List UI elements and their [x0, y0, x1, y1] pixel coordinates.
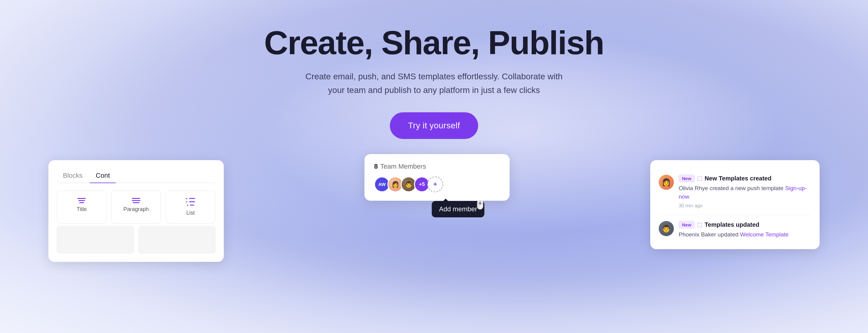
notification-1: 👩 New ⬚ New Templates created Olivia Rhy… — [659, 169, 811, 215]
cta-button[interactable]: Try it yourself — [390, 112, 478, 139]
preview-2 — [138, 226, 215, 253]
page-headline: Create, Share, Publish — [264, 24, 604, 61]
preview-1 — [57, 226, 134, 253]
male-photo: 👨 — [402, 177, 415, 191]
notif-title-2: Templates updated — [705, 221, 760, 228]
bottom-section: Blocks Cont Title — [0, 160, 868, 262]
notif-title-1: New Templates created — [705, 175, 772, 182]
block-list-label: List — [186, 210, 195, 216]
list-icon — [186, 198, 195, 207]
title-icon — [78, 198, 86, 203]
notif-content-2: New ⬚ Templates updated Phoenix Baker up… — [679, 221, 811, 241]
notif-avatar-2: 👨 — [659, 221, 674, 236]
avatar-add-wrapper[interactable]: + — [427, 176, 443, 192]
avatar-add[interactable]: + — [427, 176, 443, 192]
new-badge-1: New — [679, 175, 695, 182]
block-title-label: Title — [76, 206, 87, 213]
team-card: 8 Team Members AW 👩 — [365, 154, 509, 201]
notif-link-2[interactable]: Welcome Template — [740, 231, 789, 238]
page-subheadline: Create email, push, and SMS templates ef… — [298, 70, 570, 97]
tab-blocks[interactable]: Blocks — [57, 169, 89, 183]
female-photo: 👩 — [388, 177, 402, 191]
block-paragraph-label: Paragraph — [123, 206, 149, 213]
block-list[interactable]: List — [166, 190, 215, 224]
content-wrapper: Create, Share, Publish Create email, pus… — [0, 0, 868, 262]
team-count: 8 — [374, 163, 378, 170]
template-icon-1: ⬚ — [697, 175, 702, 182]
notifications-card: 👩 New ⬚ New Templates created Olivia Rhy… — [650, 160, 819, 249]
notif-header-row-2: New ⬚ Templates updated — [679, 221, 811, 228]
template-icon-2: ⬚ — [697, 221, 702, 228]
blocks-tabs: Blocks Cont — [57, 169, 215, 183]
block-paragraph[interactable]: Paragraph — [111, 190, 161, 224]
cursor-icon: 🖱️ — [475, 200, 486, 210]
notif-content-1: New ⬚ New Templates created Olivia Rhye … — [679, 175, 811, 209]
notif-text-1: Olivia Rhye created a new push template … — [679, 184, 811, 201]
notif-text-2: Phoenix Baker updated Welcome Template — [679, 230, 811, 239]
notification-2: 👨 New ⬚ Templates updated Phoenix Baker … — [659, 215, 811, 241]
notif-avatar-1: 👩 — [659, 175, 674, 190]
new-badge-2: New — [679, 221, 695, 228]
team-avatars: AW 👩 👨 — [374, 176, 500, 192]
preview-row — [57, 226, 215, 253]
blocks-grid: Title Paragraph — [57, 190, 215, 224]
notif-header-row-1: New ⬚ New Templates created — [679, 175, 811, 182]
paragraph-icon — [132, 198, 140, 203]
blocks-card: Blocks Cont Title — [49, 160, 224, 262]
team-header: 8 Team Members — [374, 163, 500, 170]
team-label: Team Members — [380, 163, 426, 170]
tab-content[interactable]: Cont — [90, 169, 116, 183]
block-title[interactable]: Title — [57, 190, 106, 224]
notif-time-1: 30 min ago — [679, 203, 811, 209]
team-section: 8 Team Members AW 👩 — [365, 148, 509, 201]
